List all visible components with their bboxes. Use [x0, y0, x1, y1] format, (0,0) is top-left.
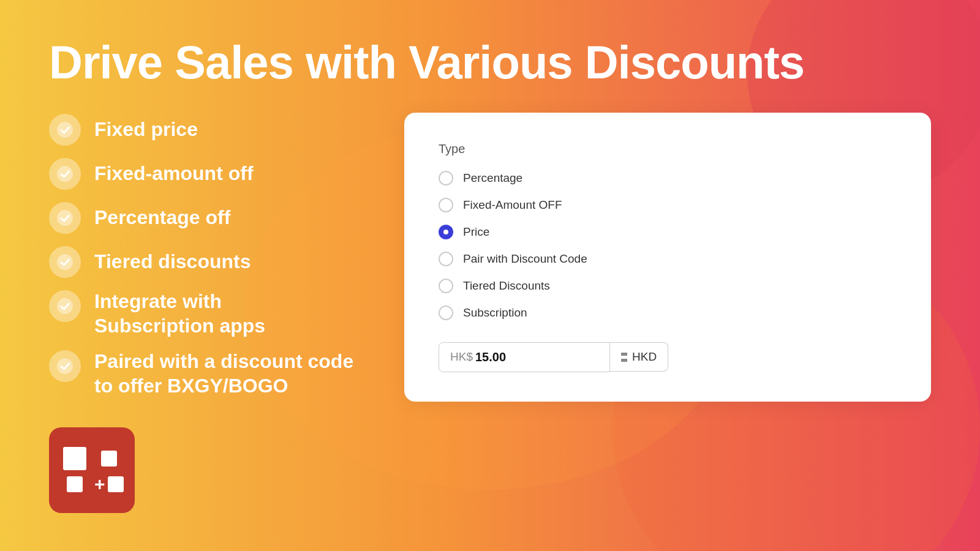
feature-label-percentage-off: Percentage off	[94, 205, 230, 230]
currency-selector[interactable]: HKD	[610, 342, 668, 372]
check-icon-paired-discount	[49, 350, 81, 382]
svg-point-7	[57, 254, 73, 270]
app-icon-block-tr	[101, 451, 117, 467]
radio-circle-tiered-discounts	[439, 279, 453, 293]
radio-circle-subscription	[439, 305, 453, 320]
discount-type-card: Type Percentage Fixed-Amount OFF Price	[404, 113, 931, 402]
check-icon-percentage-off	[49, 202, 81, 234]
price-field-wrap[interactable]: HK$ 15.00	[439, 342, 610, 372]
radio-label-fixed-amount-off: Fixed-Amount OFF	[463, 198, 562, 212]
radio-circle-fixed-amount-off	[439, 198, 453, 212]
app-icon-inner: +	[60, 447, 123, 493]
check-icon-integrate-subscription	[49, 290, 81, 322]
feature-item-fixed-price: Fixed price	[49, 113, 355, 146]
app-icon-plus: +	[94, 475, 105, 493]
feature-item-paired-discount: Paired with a discount codeto offer BXGY…	[49, 349, 355, 398]
app-icon: +	[49, 427, 135, 513]
type-label: Type	[439, 142, 897, 156]
radio-label-subscription: Subscription	[463, 306, 527, 320]
price-row: HK$ 15.00 HKD	[439, 342, 897, 372]
radio-group: Percentage Fixed-Amount OFF Price Pair w…	[439, 171, 897, 320]
right-col: Type Percentage Fixed-Amount OFF Price	[404, 113, 931, 402]
feature-label-fixed-amount-off: Fixed-amount off	[94, 161, 254, 186]
feature-item-integrate-subscription: Integrate withSubscription apps	[49, 289, 355, 338]
svg-point-5	[57, 166, 73, 182]
feature-label-tiered-discounts: Tiered discounts	[94, 249, 251, 274]
radio-percentage[interactable]: Percentage	[439, 171, 897, 186]
feature-label-paired-discount: Paired with a discount codeto offer BXGY…	[94, 349, 353, 398]
radio-circle-price	[439, 225, 453, 239]
chevron-updown-icon	[621, 353, 627, 362]
feature-item-percentage-off: Percentage off	[49, 201, 355, 234]
app-icon-block-br	[108, 476, 124, 492]
check-icon-fixed-amount-off	[49, 158, 81, 190]
radio-label-percentage: Percentage	[463, 171, 522, 185]
feature-item-fixed-amount-off: Fixed-amount off	[49, 157, 355, 190]
radio-label-pair-discount-code: Pair with Discount Code	[463, 252, 587, 266]
svg-point-4	[57, 122, 73, 138]
radio-circle-percentage	[439, 171, 453, 186]
radio-circle-pair-discount-code	[439, 252, 453, 266]
features-list: Fixed price Fixed-amount off	[49, 113, 355, 513]
radio-price[interactable]: Price	[439, 225, 897, 239]
feature-label-fixed-price: Fixed price	[94, 117, 198, 141]
feature-item-tiered-discounts: Tiered discounts	[49, 245, 355, 278]
check-icon-fixed-price	[49, 114, 81, 146]
radio-tiered-discounts[interactable]: Tiered Discounts	[439, 279, 897, 293]
price-prefix: HK$	[450, 350, 473, 364]
app-icon-block-bl	[67, 476, 83, 492]
check-icon-tiered-discounts	[49, 246, 81, 278]
currency-label: HKD	[632, 350, 657, 364]
radio-label-tiered-discounts: Tiered Discounts	[463, 279, 550, 293]
radio-subscription[interactable]: Subscription	[439, 305, 897, 320]
radio-label-price: Price	[463, 225, 489, 239]
svg-point-8	[57, 298, 73, 314]
radio-fixed-amount-off[interactable]: Fixed-Amount OFF	[439, 198, 897, 212]
feature-label-integrate-subscription: Integrate withSubscription apps	[94, 289, 265, 338]
radio-pair-discount-code[interactable]: Pair with Discount Code	[439, 252, 897, 266]
app-icon-block-tl	[63, 447, 86, 470]
svg-point-6	[57, 210, 73, 226]
price-value: 15.00	[475, 350, 506, 364]
page-title: Drive Sales with Various Discounts	[49, 37, 931, 88]
svg-point-9	[57, 358, 73, 374]
